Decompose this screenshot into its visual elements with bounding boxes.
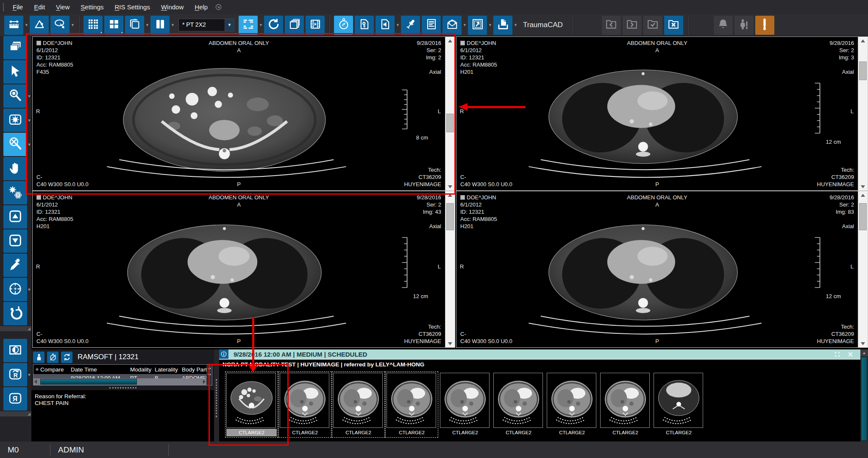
scrollbar-thumb[interactable] [40, 379, 137, 385]
column-header-date-time[interactable]: Date Time [71, 366, 130, 373]
no-timer-icon[interactable] [47, 352, 58, 363]
table-horizontal-scrollbar[interactable] [33, 378, 206, 385]
localizer-tool-button[interactable] [3, 278, 27, 301]
chevron-down-icon[interactable]: ▼ [259, 23, 263, 27]
next-study-button[interactable] [623, 16, 642, 35]
hanging-protocol-button[interactable] [125, 16, 144, 35]
notifications-button[interactable] [714, 16, 733, 35]
series-thumbnail-2[interactable]: CTLARGE2 [278, 371, 331, 438]
chevron-down-icon[interactable]: ▼ [27, 94, 31, 98]
report-button[interactable] [422, 16, 441, 35]
chevron-down-icon[interactable]: ▼ [70, 23, 75, 27]
key-image-button[interactable] [355, 16, 374, 35]
mark-study-read-button[interactable] [643, 16, 662, 35]
angle-tool-button[interactable] [30, 16, 49, 35]
traumacad-label[interactable]: TraumaCAD [523, 21, 563, 29]
column-header-modality[interactable]: Modality [130, 366, 155, 373]
chevron-down-icon[interactable]: ▼ [27, 373, 31, 377]
dictation-mic-button[interactable] [401, 16, 420, 35]
probe-tool-button[interactable] [3, 254, 27, 277]
refresh-icon[interactable] [61, 352, 72, 363]
close-icon[interactable] [847, 351, 854, 357]
series-thumbnail-1[interactable]: CTLARGE2 [225, 371, 278, 438]
chevron-down-icon[interactable]: ▼ [145, 23, 150, 27]
close-study-button[interactable] [664, 16, 683, 35]
menu-window[interactable]: Window [156, 0, 189, 14]
maximize-icon[interactable] [834, 351, 840, 357]
sidebar-resize-strip[interactable] [0, 326, 31, 331]
viewport-1[interactable]: DOE^JOHN 6/1/2012 ID: 12321 Acc: RAM8805… [33, 37, 445, 190]
pointer-tool-button[interactable] [3, 60, 27, 84]
study-timer-button[interactable] [334, 16, 353, 35]
scroll-down-icon[interactable] [445, 183, 455, 190]
info-icon[interactable] [219, 349, 228, 359]
export-video-button[interactable] [306, 16, 325, 35]
cine-stack-button[interactable] [285, 16, 304, 35]
overlay-toggle-button[interactable] [239, 16, 258, 35]
viewport-scrollbar[interactable] [858, 191, 868, 347]
window-level-tool-button[interactable] [3, 109, 27, 132]
column-header-laterality[interactable]: Laterality [155, 366, 182, 373]
filter-icon[interactable] [208, 374, 211, 377]
viewport-scrollbar[interactable] [858, 37, 868, 190]
scrollbar-thumb[interactable] [446, 203, 454, 230]
scroll-up-icon[interactable] [445, 37, 455, 45]
menu-file[interactable]: File [7, 0, 28, 14]
window-state-icon[interactable] [215, 3, 223, 11]
series-thumbnail-3[interactable]: CTLARGE2 [332, 371, 385, 438]
series-thumbnail-6[interactable]: CTLARGE2 [492, 371, 545, 438]
table-vertical-scrollbar[interactable] [206, 365, 212, 385]
next-image-button[interactable] [3, 229, 27, 253]
chevron-down-icon[interactable]: ▼ [513, 23, 518, 27]
menu-help[interactable]: Help [189, 0, 213, 14]
panel-splitter-handle[interactable] [31, 385, 214, 390]
scroll-up-icon[interactable] [445, 191, 455, 199]
image-layout-button[interactable] [83, 16, 103, 35]
invert-tool-button[interactable] [3, 339, 27, 362]
prior-studies-table[interactable]: ✳CompareDate TimeModalityLateralityBody … [33, 364, 212, 385]
hanging-protocol-select[interactable]: * PT 2X2▼ [178, 19, 234, 31]
menu-view[interactable]: View [50, 0, 75, 14]
series-thumbnail-4[interactable]: CTLARGE2 [385, 371, 438, 438]
patient-icon[interactable] [33, 352, 45, 363]
scroll-up-icon[interactable] [860, 349, 868, 356]
chevron-down-icon[interactable]: ▼ [24, 23, 29, 27]
series-thumbnail-8[interactable]: CTLARGE2 [599, 371, 652, 438]
chevron-down-icon[interactable]: ▼ [488, 23, 492, 27]
compare-columns-button[interactable] [150, 16, 170, 35]
series-stack-tool-button[interactable] [3, 36, 27, 59]
pan-tool-button[interactable] [3, 157, 27, 180]
scrollbar-thumb[interactable] [859, 203, 867, 230]
viewport-scrollbar[interactable] [445, 191, 455, 347]
viewport-4[interactable]: DOE^JOHN 6/1/2012 ID: 12321 Acc: RAM8805… [456, 191, 858, 347]
reset-view-button[interactable] [3, 302, 27, 325]
scrollbar-thumb[interactable] [859, 61, 867, 80]
chevron-down-icon[interactable]: ▼ [225, 19, 234, 31]
rotate-right-tool-button[interactable]: R [3, 363, 27, 386]
previous-study-button[interactable] [602, 16, 621, 35]
scroll-left-icon[interactable] [34, 380, 37, 384]
scroll-up-icon[interactable] [208, 367, 211, 369]
chevron-down-icon[interactable]: ▼ [27, 288, 31, 292]
sidebar-resize-strip[interactable] [0, 411, 31, 416]
series-thumbnail-5[interactable]: CTLARGE2 [439, 371, 492, 438]
zoom-window-tool-button[interactable] [3, 84, 27, 108]
menu-settings[interactable]: Settings [75, 0, 109, 14]
series-thumbnail-9[interactable]: CTLARGE2 [652, 371, 705, 438]
menu-edit[interactable]: Edit [28, 0, 50, 14]
stat-alert-button[interactable] [755, 16, 774, 35]
flip-horizontal-tool-button[interactable]: R [3, 387, 27, 411]
vertical-splitter[interactable] [214, 349, 219, 441]
export-study-button[interactable] [468, 16, 487, 35]
scroll-down-icon[interactable] [858, 183, 868, 190]
chevron-down-icon[interactable]: ▼ [27, 142, 31, 147]
series-panel-scrollbar[interactable] [860, 349, 868, 441]
scroll-right-icon[interactable] [203, 380, 206, 384]
magnify-tool-button[interactable] [3, 133, 27, 156]
scrollbar-thumb[interactable] [446, 114, 454, 132]
viewport-scrollbar[interactable] [445, 37, 455, 190]
chevron-down-icon[interactable]: ▼ [170, 23, 175, 27]
chevron-down-icon[interactable]: ▼ [395, 23, 400, 27]
scroll-up-icon[interactable] [858, 37, 868, 45]
scroll-down-icon[interactable] [445, 340, 455, 347]
